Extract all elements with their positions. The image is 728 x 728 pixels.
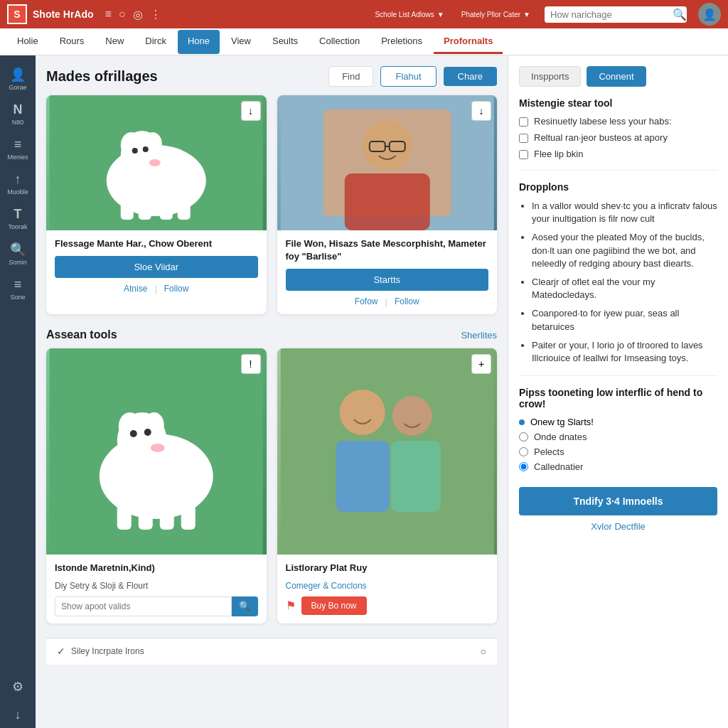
tab-new[interactable]: New	[95, 30, 134, 54]
tab-view[interactable]: View	[221, 30, 261, 54]
card-3-subtitle: Diy Setry & Sloji & Flourt	[55, 581, 258, 591]
card-4-image	[277, 348, 498, 555]
card-2-body: File Won, Hisazs Sate Mescorphisht, Mame…	[277, 230, 498, 314]
sidebar-item-menies[interactable]: ≡ Menies	[2, 133, 33, 165]
bullet-list: In a vallor would shev·tc you a inficrat…	[519, 200, 717, 365]
bottom-link[interactable]: Xvlor Dectfile	[519, 521, 717, 532]
topbar: S Shote HrAdo ≡ ○ ◎ ⋮ Schole List Adlows…	[0, 0, 728, 28]
down-icon: ↓	[15, 707, 21, 722]
panel-tab-inspports[interactable]: Inspports	[519, 66, 581, 87]
svg-point-26	[151, 444, 165, 452]
card-1-links: Atnise | Follow	[55, 284, 258, 294]
card-1-link-2[interactable]: Follow	[164, 284, 189, 294]
tab-holie[interactable]: Holie	[7, 30, 48, 54]
gear-icon: ⚙	[12, 679, 23, 695]
section2-header: Assean tools Sherlites	[46, 328, 497, 341]
radio-2-label: Pelects	[534, 446, 564, 457]
card-3-more-btn[interactable]: !	[241, 354, 261, 374]
buy-button[interactable]: Buy Bo now	[301, 596, 367, 615]
sidebar-item-muoble[interactable]: ↑ Muoble	[2, 168, 33, 200]
checkbox-3[interactable]	[519, 150, 528, 159]
sidebar-item-down[interactable]: ↓	[2, 703, 33, 728]
sidebar-item-somin[interactable]: 🔍 Somin	[2, 237, 33, 270]
tab-preletions[interactable]: Preletions	[371, 30, 432, 54]
search-button[interactable]: 🔍	[673, 8, 687, 21]
avatar[interactable]: 👤	[698, 3, 721, 26]
tab-seults[interactable]: Seults	[262, 30, 308, 54]
card-4-link[interactable]: Comeger & Conclons	[286, 581, 489, 591]
panel-divider-2	[519, 375, 717, 376]
panel-tab-connent[interactable]: Connent	[587, 66, 646, 87]
svg-rect-28	[139, 498, 153, 530]
panel-divider-1	[519, 170, 717, 171]
svg-rect-29	[160, 498, 174, 530]
target-icon[interactable]: ◎	[133, 8, 143, 21]
tool-title: Mistengie stear tool	[519, 97, 717, 109]
svg-rect-9	[139, 195, 151, 220]
svg-point-7	[149, 159, 161, 166]
promo-dot-1	[519, 419, 525, 425]
menu-icon[interactable]: ≡	[105, 8, 112, 21]
svg-rect-11	[178, 195, 191, 220]
chart-button[interactable]: Chare	[444, 67, 497, 86]
bullet-3: Clearjr of oflet eal the vour my Matedoc…	[532, 276, 717, 301]
svg-rect-35	[390, 441, 440, 512]
card-3-search-btn[interactable]: 🔍	[232, 596, 258, 616]
search-icon: 🔍	[10, 242, 26, 257]
radio-1[interactable]	[519, 432, 528, 441]
card-4-plus-btn[interactable]: +	[471, 354, 491, 374]
card-2-link-2[interactable]: Follow	[395, 296, 419, 307]
sidebar-item-toorak[interactable]: T Toorak	[2, 203, 33, 235]
app-title: Shote HrAdo	[33, 9, 94, 20]
card-2-action-btn[interactable]: Startts	[286, 269, 489, 291]
card-1-body: Flessage Mante Har., Chow Oberent Sloe V…	[46, 230, 267, 301]
flag-icon: ⚑	[286, 599, 296, 612]
expand-icon[interactable]: ○	[481, 646, 486, 657]
card-1-image	[46, 95, 267, 230]
search-input[interactable]	[545, 6, 673, 23]
card-1-action-btn[interactable]: Sloe Viidar	[55, 256, 258, 278]
page-title: Mades ofrillages	[46, 68, 321, 85]
radio-item-3: Callednatier	[519, 461, 717, 472]
tab-hone[interactable]: Hone	[178, 30, 220, 54]
tab-dirck[interactable]: Dirck	[135, 30, 176, 54]
dropdown1[interactable]: Schole List Adlows ▼	[375, 11, 444, 18]
radio-3[interactable]	[519, 462, 528, 471]
list-icon: ≡	[14, 137, 22, 152]
sidebar-item-gorae[interactable]: 👤 Gorae	[2, 63, 33, 95]
radio-2[interactable]	[519, 447, 528, 456]
flat-button[interactable]: Flahut	[380, 66, 436, 87]
card-1-download-btn[interactable]: ↓	[241, 101, 261, 121]
sidebar-item-settings[interactable]: ⚙	[2, 675, 33, 700]
main-content: Mades ofrillages Find Flahut Chare	[36, 55, 508, 728]
sidebar-item-n80[interactable]: N N80	[2, 98, 33, 130]
tab-rours[interactable]: Rours	[50, 30, 95, 54]
card-3-search-input[interactable]	[55, 596, 232, 616]
tab-collection[interactable]: Collection	[309, 30, 370, 54]
radio-3-label: Callednatier	[534, 461, 583, 472]
card-3-search: 🔍	[55, 596, 258, 616]
tab-profornalts[interactable]: Profornalts	[434, 30, 503, 54]
cta-button[interactable]: Tndify 3·4 Imnoells	[519, 487, 717, 515]
more-icon[interactable]: ⋮	[150, 8, 161, 21]
bullet-4: Coanpored·to for iyew puar, seas all bet…	[532, 307, 717, 333]
app-logo[interactable]: S	[7, 4, 27, 24]
card-3-body: Istonde Maretnin,Kind) Diy Setry & Sloji…	[46, 555, 267, 623]
checkbox-2[interactable]	[519, 134, 528, 143]
checkmark-icon: ✓	[57, 646, 65, 657]
sidebar-item-sone[interactable]: ≡ Sone	[2, 273, 33, 305]
circle-icon[interactable]: ○	[119, 8, 126, 21]
checkbox-1[interactable]	[519, 117, 528, 127]
find-button[interactable]: Find	[328, 66, 373, 87]
card-1-link-1[interactable]: Atnise	[124, 284, 147, 294]
checkbox-3-label: Flee lip bkin	[534, 149, 583, 159]
dropdown2[interactable]: Phately Pllor Cater ▼	[461, 11, 530, 18]
radio-1-label: Onde dnates	[534, 432, 587, 442]
dropdowns-title: Dropplons	[519, 181, 717, 193]
card-2-download-btn[interactable]: ↓	[471, 101, 491, 121]
card-2-link-1[interactable]: Fofow	[355, 296, 378, 307]
section2-title: Assean tools	[46, 328, 461, 341]
card-1: ↓ Flessage Mante Har., Chow Oberent Sloe…	[46, 95, 267, 314]
section2-link[interactable]: Sherlites	[461, 330, 497, 341]
bullet-5: Paiter or your, I lorio jo of tlroored t…	[532, 339, 717, 365]
